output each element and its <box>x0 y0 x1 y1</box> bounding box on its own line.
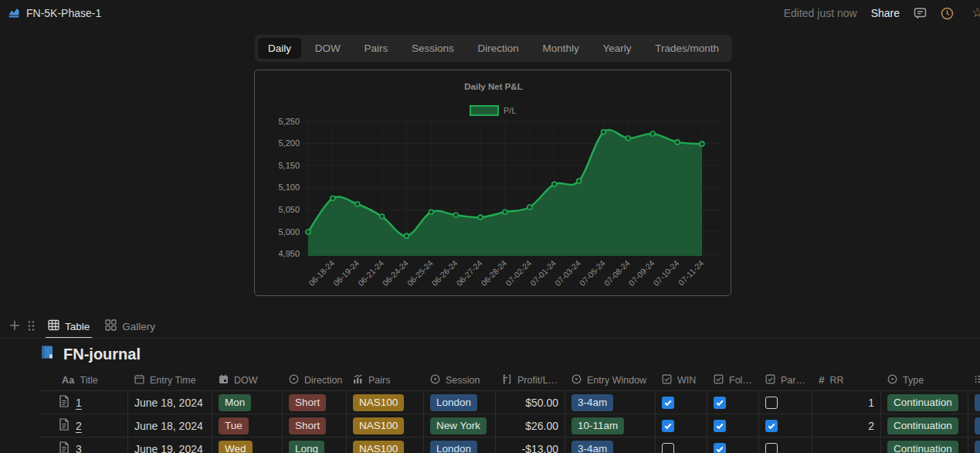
par-checkbox-unchecked[interactable] <box>765 397 778 409</box>
cell-par[interactable] <box>759 414 812 437</box>
cell-extra[interactable]: S <box>968 414 980 437</box>
database-title-text: FN-journal <box>63 346 141 363</box>
cell-session[interactable]: London <box>424 391 496 414</box>
tab-sessions[interactable]: Sessions <box>402 38 464 59</box>
fol-checkbox-checked[interactable] <box>714 397 726 409</box>
win-checkbox-checked[interactable] <box>662 397 674 409</box>
cell-entry-time[interactable]: June 18, 2024 <box>128 414 212 437</box>
cell-entry-window[interactable]: 3-4am <box>565 438 656 453</box>
cell-win[interactable] <box>656 438 707 453</box>
win-checkbox-unchecked[interactable] <box>662 443 674 453</box>
column-header-win[interactable]: WIN <box>656 370 707 390</box>
add-view-icon[interactable] <box>9 320 20 334</box>
cell-direction[interactable]: Short <box>283 391 347 414</box>
cell-title[interactable]: 1 <box>39 391 128 414</box>
tab-trades-month[interactable]: Trades/month <box>645 38 729 59</box>
cell-pairs[interactable]: NAS100 <box>347 414 424 437</box>
column-header-rr[interactable]: #RR <box>812 370 881 390</box>
column-header-pairs[interactable]: Pairs <box>347 370 424 390</box>
tab-direction[interactable]: Direction <box>467 38 528 59</box>
checkbox-icon <box>714 374 724 387</box>
par-checkbox-checked[interactable] <box>765 420 778 432</box>
cell-title[interactable]: 3 <box>39 438 128 453</box>
svg-text:07-05-24: 07-05-24 <box>578 258 607 288</box>
win-checkbox-checked[interactable] <box>662 420 674 432</box>
tag-blue: S <box>975 441 980 453</box>
tag-green: 10-11am <box>571 417 624 434</box>
cell-rr[interactable] <box>812 438 881 453</box>
column-header-title[interactable]: AaTitle <box>39 370 128 390</box>
cell-par[interactable] <box>759 438 812 453</box>
cell-session[interactable]: London <box>424 438 496 453</box>
cell-entry-time[interactable]: June 18, 2024 <box>128 391 212 414</box>
column-header-direction[interactable]: Direction <box>283 370 347 390</box>
view-tab-table[interactable]: Table <box>46 315 92 339</box>
cell-fol[interactable] <box>707 438 759 453</box>
cell-extra[interactable]: S <box>968 438 980 453</box>
column-header-entry-time[interactable]: Entry Time <box>128 370 212 390</box>
cell-fol[interactable] <box>707 391 759 414</box>
cell-entry-time[interactable]: June 19, 2024 <box>128 438 212 453</box>
row-title-link[interactable]: 2 <box>76 420 82 432</box>
cell-direction[interactable]: Long <box>283 438 347 453</box>
cell-entry-window[interactable]: 10-11am <box>565 414 656 437</box>
view-tab-gallery[interactable]: Gallery <box>103 315 158 339</box>
cell-pairs[interactable]: NAS100 <box>347 438 424 453</box>
column-header-par-[interactable]: Par… <box>759 370 812 390</box>
cell-dow[interactable]: Mon <box>212 391 283 414</box>
cell-dow[interactable]: Wed <box>212 438 283 453</box>
cell-par[interactable] <box>759 391 812 414</box>
column-header-session[interactable]: Session <box>424 370 496 390</box>
comments-icon[interactable] <box>914 7 927 20</box>
table-row: 1June 18, 2024MonShortNAS100London$50.00… <box>39 391 980 414</box>
column-header-profit-l-[interactable]: Profit/L… <box>496 370 565 390</box>
calendar-icon <box>134 374 144 387</box>
cell-dow[interactable]: Tue <box>212 414 283 437</box>
calendar-filled-icon <box>219 374 229 387</box>
row-title-link[interactable]: 1 <box>76 397 82 409</box>
cell-profit[interactable]: $26.00 <box>496 414 565 437</box>
cell-type[interactable]: Continuation <box>881 438 968 453</box>
column-label: Session <box>446 375 480 386</box>
row-title-link[interactable]: 3 <box>76 443 82 453</box>
cell-title[interactable]: 2 <box>39 414 128 437</box>
cell-entry-window[interactable]: 3-4am <box>565 391 656 414</box>
column-header-entry-window[interactable]: Entry Window <box>565 370 656 390</box>
cell-direction[interactable]: Short <box>283 414 347 437</box>
tab-daily[interactable]: Daily <box>258 38 301 59</box>
tab-pairs[interactable]: Pairs <box>354 38 398 59</box>
svg-text:5,200: 5,200 <box>278 138 300 148</box>
cell-profit[interactable]: $50.00 <box>496 391 565 414</box>
favorite-star-icon[interactable]: ☆ <box>972 5 980 21</box>
cell-type[interactable]: Continuation <box>881 414 968 437</box>
fol-checkbox-checked[interactable] <box>714 420 726 432</box>
select-icon <box>887 374 897 387</box>
cell-rr[interactable]: 2 <box>812 414 881 437</box>
cell-win[interactable] <box>656 414 707 437</box>
cell-profit[interactable]: -$13.00 <box>496 438 565 453</box>
drag-handle-icon[interactable] <box>28 320 35 335</box>
fol-checkbox-checked[interactable] <box>714 443 726 453</box>
cell-win[interactable] <box>656 391 707 414</box>
par-checkbox-unchecked[interactable] <box>765 443 778 453</box>
tab-yearly[interactable]: Yearly <box>592 38 641 59</box>
journal-table: AaTitleEntry TimeDOWDirectionPairsSessio… <box>39 370 980 453</box>
tag-green: Continuation <box>887 394 958 411</box>
cell-fol[interactable] <box>707 414 759 437</box>
svg-text:06-19-24: 06-19-24 <box>331 258 361 288</box>
column-header-fol-[interactable]: Fol… <box>707 370 759 390</box>
cell-type[interactable]: Continuation <box>881 391 968 414</box>
column-header-type[interactable]: Type <box>881 370 968 390</box>
cell-session[interactable]: New York <box>424 414 496 437</box>
tab-monthly[interactable]: Monthly <box>532 38 588 59</box>
history-clock-icon[interactable] <box>941 7 954 20</box>
cell-rr[interactable]: 1 <box>812 391 881 414</box>
svg-text:06-21-24: 06-21-24 <box>356 258 385 288</box>
cell-extra[interactable]: S <box>968 391 980 414</box>
tab-dow[interactable]: DOW <box>305 38 351 59</box>
cell-pairs[interactable]: NAS100 <box>347 391 424 414</box>
profit-value: $26.00 <box>525 420 558 432</box>
column-header-list[interactable] <box>968 370 980 390</box>
share-button[interactable]: Share <box>871 7 900 19</box>
column-header-dow[interactable]: DOW <box>212 370 283 390</box>
